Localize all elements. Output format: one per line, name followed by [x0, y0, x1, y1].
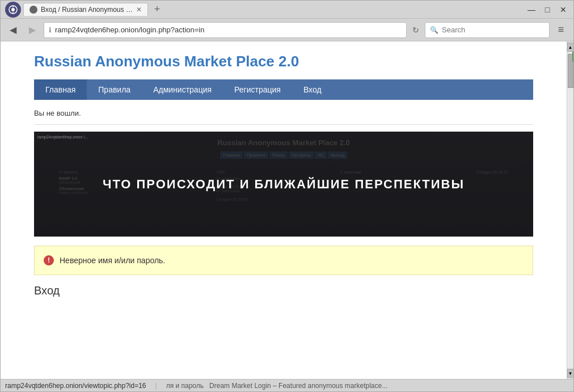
- login-section-title: Вход: [34, 284, 533, 297]
- search-icon: 🔍: [430, 26, 438, 34]
- lock-icon: ℹ: [49, 26, 52, 34]
- address-bar[interactable]: ℹ ramp24vqtden6hep.onion/login.php?actio…: [44, 22, 407, 38]
- scroll-position-indicator: [572, 52, 574, 62]
- svg-point-1: [11, 8, 15, 11]
- error-message: Неверное имя и/или пароль.: [60, 256, 165, 265]
- error-box: ! Неверное имя и/или пароль.: [34, 246, 533, 275]
- address-text: ramp24vqtden6hep.onion/login.php?action=…: [55, 26, 402, 34]
- back-button[interactable]: ◀: [5, 22, 21, 38]
- logged-out-message: Вы не вошли.: [34, 109, 533, 125]
- nav-item-rules[interactable]: Правила: [87, 79, 142, 100]
- close-button[interactable]: ✕: [558, 4, 569, 15]
- banner-main-text: ЧТО ПРОИСХОДИТ И БЛИЖАЙШИЕ ПЕРСПЕКТИВЫ: [103, 177, 465, 192]
- scrollbar-down-button[interactable]: ▼: [567, 369, 574, 378]
- tab-title: Вход / Russian Anonymous M...: [41, 6, 133, 14]
- tab-favicon: [29, 6, 37, 14]
- browser-window: Вход / Russian Anonymous M... ✕ + — □ ✕ …: [0, 0, 574, 392]
- window-controls: — □ ✕: [526, 4, 569, 15]
- search-input[interactable]: [442, 26, 533, 34]
- browser-logo: [5, 2, 21, 18]
- scrollbar[interactable]: ▲ ▼: [567, 41, 573, 379]
- status-extra: ля и пароль Dream Market Login – Feature…: [166, 382, 388, 390]
- new-tab-button[interactable]: +: [150, 3, 164, 16]
- active-tab[interactable]: Вход / Russian Anonymous M... ✕: [23, 3, 148, 16]
- banner-image: Russian Anonymous Market Place 2.0 Главн…: [34, 132, 533, 237]
- status-bar: ramp24vqtden6hep.onion/viewtopic.php?id=…: [1, 379, 573, 391]
- nav-item-home[interactable]: Главная: [34, 79, 87, 100]
- tab-close-button[interactable]: ✕: [136, 6, 142, 14]
- title-bar: Вход / Russian Anonymous M... ✕ + — □ ✕: [1, 1, 573, 19]
- page-area: Russian Anonymous Market Place 2.0 Главн…: [1, 41, 573, 379]
- site-title: Russian Anonymous Market Place 2.0: [34, 53, 533, 70]
- maximize-button[interactable]: □: [542, 4, 553, 15]
- status-url: ramp24vqtden6hep.onion/viewtopic.php?id=…: [5, 382, 146, 390]
- site-container: Russian Anonymous Market Place 2.0 Главн…: [23, 41, 545, 309]
- menu-button[interactable]: ≡: [553, 22, 569, 38]
- error-icon: !: [44, 255, 54, 265]
- nav-item-admin[interactable]: Администрация: [142, 79, 223, 100]
- title-bar-left: Вход / Russian Anonymous M... ✕ +: [5, 2, 164, 18]
- forward-button[interactable]: ▶: [24, 22, 40, 38]
- nav-item-login[interactable]: Вход: [292, 79, 333, 100]
- navigation-bar: ◀ ▶ ℹ ramp24vqtden6hep.onion/login.php?a…: [1, 19, 573, 41]
- scrollbar-up-button[interactable]: ▲: [567, 43, 574, 52]
- refresh-button[interactable]: ↻: [410, 24, 421, 36]
- site-navigation: Главная Правила Администрация Регистраци…: [34, 79, 533, 100]
- nav-item-register[interactable]: Регистрация: [223, 79, 292, 100]
- scrollbar-track[interactable]: [567, 52, 574, 369]
- search-bar[interactable]: 🔍: [425, 22, 550, 38]
- page-content: Russian Anonymous Market Place 2.0 Главн…: [1, 41, 567, 379]
- banner-url: ramp24vqtden6hep.onion /...: [37, 135, 88, 139]
- minimize-button[interactable]: —: [526, 4, 537, 15]
